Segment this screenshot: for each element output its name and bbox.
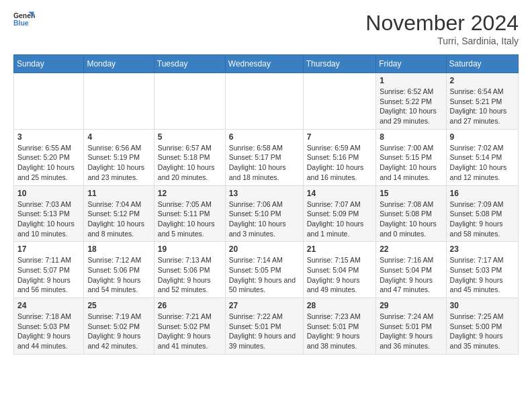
- day-info: Sunrise: 7:02 AMSunset: 5:14 PMDaylight:…: [450, 143, 515, 183]
- day-number: 26: [158, 301, 222, 310]
- day-cell: 8Sunrise: 7:00 AMSunset: 5:15 PMDaylight…: [376, 129, 446, 185]
- day-info: Sunrise: 7:24 AMSunset: 5:01 PMDaylight:…: [380, 312, 442, 351]
- day-info: Sunrise: 7:17 AMSunset: 5:03 PMDaylight:…: [450, 255, 515, 295]
- week-row-3: 10Sunrise: 7:03 AMSunset: 5:13 PMDayligh…: [14, 185, 519, 242]
- day-info: Sunrise: 7:00 AMSunset: 5:15 PMDaylight:…: [380, 143, 442, 183]
- day-cell: 1Sunrise: 6:52 AMSunset: 5:22 PMDaylight…: [376, 73, 446, 130]
- day-number: 1: [380, 76, 442, 85]
- day-cell: 9Sunrise: 7:02 AMSunset: 5:14 PMDaylight…: [446, 129, 518, 185]
- day-number: 22: [380, 244, 442, 254]
- day-cell: 14Sunrise: 7:07 AMSunset: 5:09 PMDayligh…: [303, 185, 375, 242]
- col-header-tuesday: Tuesday: [154, 55, 225, 73]
- day-info: Sunrise: 7:05 AMSunset: 5:11 PMDaylight:…: [158, 199, 222, 239]
- day-info: Sunrise: 7:22 AMSunset: 5:01 PMDaylight:…: [229, 312, 300, 351]
- day-cell: [303, 73, 375, 130]
- day-cell: [84, 73, 154, 130]
- day-info: Sunrise: 7:21 AMSunset: 5:02 PMDaylight:…: [158, 312, 222, 351]
- day-number: 8: [380, 132, 442, 142]
- day-cell: 3Sunrise: 6:55 AMSunset: 5:20 PMDaylight…: [14, 129, 84, 185]
- day-number: 30: [450, 301, 515, 310]
- day-info: Sunrise: 6:58 AMSunset: 5:17 PMDaylight:…: [229, 143, 300, 183]
- week-row-2: 3Sunrise: 6:55 AMSunset: 5:20 PMDaylight…: [14, 129, 519, 185]
- col-header-sunday: Sunday: [14, 55, 84, 73]
- day-info: Sunrise: 7:18 AMSunset: 5:03 PMDaylight:…: [17, 312, 80, 351]
- svg-text:Blue: Blue: [13, 19, 29, 27]
- day-info: Sunrise: 6:56 AMSunset: 5:19 PMDaylight:…: [87, 143, 150, 183]
- day-info: Sunrise: 6:57 AMSunset: 5:18 PMDaylight:…: [158, 143, 222, 183]
- day-number: 16: [450, 189, 515, 198]
- day-info: Sunrise: 6:59 AMSunset: 5:16 PMDaylight:…: [307, 143, 372, 183]
- col-header-friday: Friday: [376, 55, 446, 73]
- title-area: November 2024 Turri, Sardinia, Italy: [365, 11, 519, 46]
- day-number: 3: [17, 132, 80, 142]
- day-number: 2: [450, 76, 515, 85]
- day-cell: 18Sunrise: 7:12 AMSunset: 5:06 PMDayligh…: [84, 242, 154, 298]
- day-number: 13: [229, 189, 300, 198]
- day-cell: 22Sunrise: 7:16 AMSunset: 5:04 PMDayligh…: [376, 242, 446, 298]
- day-info: Sunrise: 6:54 AMSunset: 5:21 PMDaylight:…: [450, 87, 515, 126]
- day-info: Sunrise: 7:03 AMSunset: 5:13 PMDaylight:…: [17, 199, 80, 239]
- day-cell: 27Sunrise: 7:22 AMSunset: 5:01 PMDayligh…: [225, 298, 303, 355]
- day-cell: 6Sunrise: 6:58 AMSunset: 5:17 PMDaylight…: [225, 129, 303, 185]
- day-cell: 20Sunrise: 7:14 AMSunset: 5:05 PMDayligh…: [225, 242, 303, 298]
- col-header-thursday: Thursday: [303, 55, 375, 73]
- month-title: November 2024: [365, 11, 519, 36]
- day-number: 10: [17, 189, 80, 198]
- day-number: 9: [450, 132, 515, 142]
- day-info: Sunrise: 7:15 AMSunset: 5:04 PMDaylight:…: [307, 255, 372, 295]
- logo-icon: General Blue: [13, 11, 35, 27]
- day-info: Sunrise: 6:52 AMSunset: 5:22 PMDaylight:…: [380, 87, 442, 126]
- day-info: Sunrise: 7:14 AMSunset: 5:05 PMDaylight:…: [229, 255, 300, 295]
- day-cell: 23Sunrise: 7:17 AMSunset: 5:03 PMDayligh…: [446, 242, 518, 298]
- day-cell: 7Sunrise: 6:59 AMSunset: 5:16 PMDaylight…: [303, 129, 375, 185]
- header: General Blue November 2024 Turri, Sardin…: [13, 11, 519, 46]
- day-cell: 12Sunrise: 7:05 AMSunset: 5:11 PMDayligh…: [154, 185, 225, 242]
- day-info: Sunrise: 7:09 AMSunset: 5:08 PMDaylight:…: [450, 199, 515, 239]
- calendar-table: SundayMondayTuesdayWednesdayThursdayFrid…: [13, 54, 519, 355]
- col-header-monday: Monday: [84, 55, 154, 73]
- day-number: 29: [380, 301, 442, 310]
- day-cell: 15Sunrise: 7:08 AMSunset: 5:08 PMDayligh…: [376, 185, 446, 242]
- day-cell: 26Sunrise: 7:21 AMSunset: 5:02 PMDayligh…: [154, 298, 225, 355]
- day-info: Sunrise: 7:08 AMSunset: 5:08 PMDaylight:…: [380, 199, 442, 239]
- day-number: 20: [229, 244, 300, 254]
- day-number: 14: [307, 189, 372, 198]
- day-number: 25: [87, 301, 150, 310]
- page: General Blue November 2024 Turri, Sardin…: [0, 0, 532, 365]
- day-info: Sunrise: 7:11 AMSunset: 5:07 PMDaylight:…: [17, 255, 80, 295]
- day-cell: [225, 73, 303, 130]
- calendar-header-row: SundayMondayTuesdayWednesdayThursdayFrid…: [14, 55, 519, 73]
- day-info: Sunrise: 7:13 AMSunset: 5:06 PMDaylight:…: [158, 255, 222, 295]
- day-cell: 16Sunrise: 7:09 AMSunset: 5:08 PMDayligh…: [446, 185, 518, 242]
- day-number: 17: [17, 244, 80, 254]
- day-info: Sunrise: 7:06 AMSunset: 5:10 PMDaylight:…: [229, 199, 300, 239]
- location: Turri, Sardinia, Italy: [365, 36, 519, 46]
- day-number: 6: [229, 132, 300, 142]
- day-number: 12: [158, 189, 222, 198]
- day-cell: [154, 73, 225, 130]
- day-number: 18: [87, 244, 150, 254]
- day-cell: 10Sunrise: 7:03 AMSunset: 5:13 PMDayligh…: [14, 185, 84, 242]
- day-cell: 30Sunrise: 7:25 AMSunset: 5:00 PMDayligh…: [446, 298, 518, 355]
- day-cell: 28Sunrise: 7:23 AMSunset: 5:01 PMDayligh…: [303, 298, 375, 355]
- day-info: Sunrise: 7:04 AMSunset: 5:12 PMDaylight:…: [87, 199, 150, 239]
- day-cell: 17Sunrise: 7:11 AMSunset: 5:07 PMDayligh…: [14, 242, 84, 298]
- day-number: 5: [158, 132, 222, 142]
- day-cell: 21Sunrise: 7:15 AMSunset: 5:04 PMDayligh…: [303, 242, 375, 298]
- day-cell: [14, 73, 84, 130]
- col-header-wednesday: Wednesday: [225, 55, 303, 73]
- day-info: Sunrise: 7:25 AMSunset: 5:00 PMDaylight:…: [450, 312, 515, 351]
- day-cell: 19Sunrise: 7:13 AMSunset: 5:06 PMDayligh…: [154, 242, 225, 298]
- day-info: Sunrise: 7:23 AMSunset: 5:01 PMDaylight:…: [307, 312, 372, 351]
- col-header-saturday: Saturday: [446, 55, 518, 73]
- day-number: 24: [17, 301, 80, 310]
- day-number: 19: [158, 244, 222, 254]
- day-number: 27: [229, 301, 300, 310]
- day-number: 28: [307, 301, 372, 310]
- day-cell: 4Sunrise: 6:56 AMSunset: 5:19 PMDaylight…: [84, 129, 154, 185]
- day-cell: 13Sunrise: 7:06 AMSunset: 5:10 PMDayligh…: [225, 185, 303, 242]
- week-row-4: 17Sunrise: 7:11 AMSunset: 5:07 PMDayligh…: [14, 242, 519, 298]
- day-info: Sunrise: 7:16 AMSunset: 5:04 PMDaylight:…: [380, 255, 442, 295]
- day-info: Sunrise: 7:07 AMSunset: 5:09 PMDaylight:…: [307, 199, 372, 239]
- day-number: 4: [87, 132, 150, 142]
